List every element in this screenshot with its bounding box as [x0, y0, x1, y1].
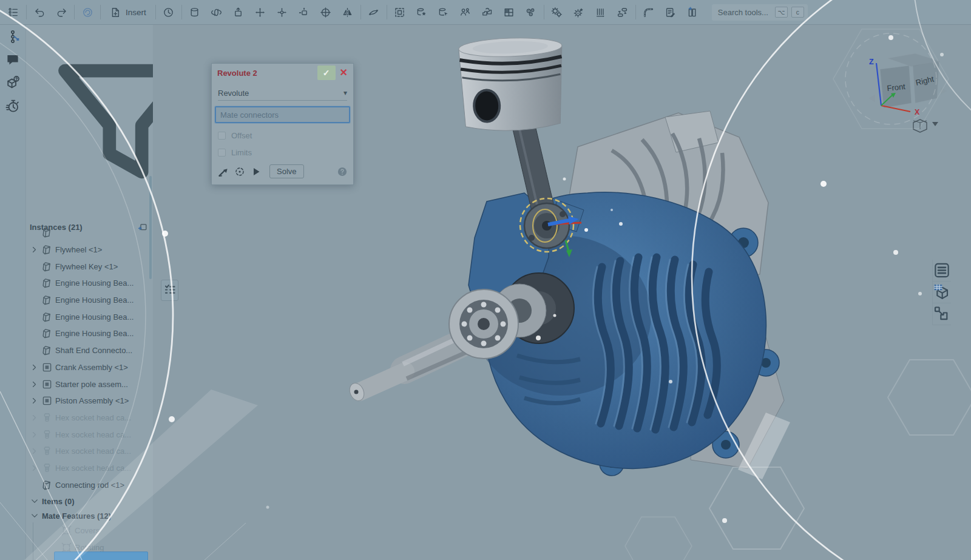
insert-part-icon[interactable] — [228, 3, 249, 21]
part-config-button[interactable] — [933, 303, 951, 325]
items-header[interactable]: Items (0) — [26, 493, 153, 508]
chevron-right-icon[interactable] — [30, 413, 39, 422]
chevron-right-icon[interactable] — [30, 464, 39, 473]
chevron-right-icon[interactable] — [30, 447, 39, 456]
tree-item[interactable]: Hex socket head ca... — [26, 460, 153, 477]
part-icon — [41, 244, 53, 255]
sketch-edit-icon[interactable] — [660, 3, 682, 21]
preview-play-icon[interactable] — [250, 166, 262, 178]
tree-item[interactable]: Hex socket head ca... — [26, 426, 153, 443]
chevron-down-icon — [30, 511, 39, 521]
move-icon[interactable] — [249, 3, 271, 21]
gears-icon[interactable] — [546, 3, 568, 21]
solve-button[interactable]: Solve — [269, 164, 304, 178]
chevron-right-icon[interactable] — [30, 380, 39, 389]
transfer-icon[interactable] — [476, 3, 498, 21]
tree-item[interactable]: Engine Housing Bea... — [26, 308, 153, 325]
x-icon: ✕ — [340, 67, 348, 78]
search-tools-input[interactable]: Search tools... ⌥ c — [712, 4, 808, 21]
tree-item[interactable]: Hex socket head ca... — [26, 410, 153, 427]
people-icon[interactable] — [455, 3, 476, 21]
tree-item[interactable] — [26, 224, 153, 241]
tree-item[interactable]: Engine Housing Bea... — [26, 292, 153, 309]
sync-icon[interactable] — [76, 3, 98, 21]
close-button[interactable]: ✕ — [340, 68, 348, 78]
offset-checkbox[interactable] — [218, 132, 226, 140]
bolt-icon — [41, 445, 53, 457]
help-icon[interactable] — [336, 166, 348, 178]
chevron-right-icon[interactable] — [30, 396, 39, 405]
checkmark-icon: ✓ — [323, 68, 330, 78]
chevron-right-icon[interactable] — [30, 245, 39, 254]
feature-list-toggle-button[interactable] — [161, 280, 178, 301]
tree-item[interactable]: Shaft End Connecto... — [26, 342, 153, 359]
feature-list-icon[interactable] — [2, 3, 24, 21]
tree-item[interactable]: Engine Housing Bea... — [26, 275, 153, 292]
limits-checkbox[interactable] — [218, 149, 226, 157]
version-history-button[interactable] — [5, 29, 21, 44]
tree-item[interactable]: Flywheel Key <1> — [26, 258, 153, 275]
comment-button[interactable] — [5, 52, 21, 67]
redo-icon[interactable] — [50, 3, 72, 21]
mate-connector-icon[interactable] — [217, 166, 229, 178]
accept-button[interactable]: ✓ — [317, 66, 336, 80]
implicit-mate-connector-icon[interactable] — [234, 166, 246, 178]
tree-item[interactable]: Connecting rod <1> — [26, 476, 153, 493]
mirror-icon[interactable] — [337, 3, 359, 21]
chevron-right-icon[interactable] — [30, 430, 39, 439]
tree-item[interactable]: Starter pole assem... — [26, 376, 153, 393]
spring-icon[interactable] — [590, 3, 612, 21]
transform-icon[interactable] — [293, 3, 315, 21]
gear-cluster-icon[interactable] — [520, 3, 542, 21]
tube-icon[interactable] — [638, 3, 660, 21]
toolbar-icon-group: Insert — [0, 0, 703, 24]
revolve-icon[interactable] — [206, 3, 228, 21]
insert-button[interactable]: Insert — [103, 3, 154, 21]
rotate-free-icon[interactable] — [271, 3, 293, 21]
limits-option[interactable]: Limits — [218, 148, 353, 157]
chevron-down-icon: ▾ — [343, 89, 347, 97]
query-db-icon[interactable] — [433, 3, 455, 21]
offset-option[interactable]: Offset — [218, 131, 353, 140]
undo-icon[interactable] — [29, 3, 50, 21]
part-icon — [41, 328, 53, 339]
gear-star-icon[interactable] — [568, 3, 590, 21]
part-icon — [41, 261, 53, 272]
edit-part-icon[interactable] — [411, 3, 433, 21]
snap-icon[interactable] — [363, 3, 385, 21]
tree-item[interactable]: Crank Assembly <1> — [26, 359, 153, 376]
select-box-icon[interactable] — [389, 3, 411, 21]
tree-item[interactable]: Engine Housing Bea... — [26, 325, 153, 342]
view-options-button[interactable] — [913, 120, 938, 132]
view-cube[interactable]: Front Right Z X — [869, 53, 947, 116]
mate-connectors-field[interactable]: Mate connectors — [215, 106, 350, 123]
chevron-right-icon[interactable] — [30, 363, 39, 372]
funnel-icon[interactable] — [35, 30, 153, 215]
viewcube-front-label: Front — [887, 82, 906, 93]
orbit-icon[interactable] — [315, 3, 337, 21]
replicate-icon[interactable] — [612, 3, 634, 21]
axis-z-label: Z — [869, 58, 874, 66]
toolbar-separator — [100, 5, 101, 19]
mate-type-dropdown[interactable]: Revolute ▾ — [218, 86, 347, 101]
help-cube-button[interactable] — [5, 75, 21, 90]
tree-item[interactable]: Covers — [33, 522, 153, 539]
tree-item[interactable]: Flywheel <1> — [26, 241, 153, 258]
tree-item[interactable]: Piston Assembly <1> — [26, 393, 153, 410]
bom-icon[interactable] — [682, 3, 703, 21]
panel-scrollbar[interactable] — [149, 176, 152, 279]
dialog-title: Revolute 2 — [217, 69, 317, 78]
tree-item[interactable]: Hex socket head ca... — [26, 443, 153, 460]
bom-cube-button[interactable] — [933, 282, 951, 303]
clock-icon[interactable] — [158, 3, 180, 21]
features-list-button[interactable] — [933, 260, 951, 282]
stopwatch-button[interactable] — [5, 98, 21, 113]
layout-icon[interactable] — [498, 3, 520, 21]
mate-features-header[interactable]: Mate Features (12) — [26, 508, 153, 522]
cylinder-icon[interactable] — [184, 3, 206, 21]
part-icon — [41, 345, 53, 356]
search-placeholder: Search tools... — [718, 8, 771, 17]
part-icon — [41, 479, 53, 491]
engine-model — [347, 36, 784, 476]
tree-item-selected[interactable] — [54, 552, 148, 560]
